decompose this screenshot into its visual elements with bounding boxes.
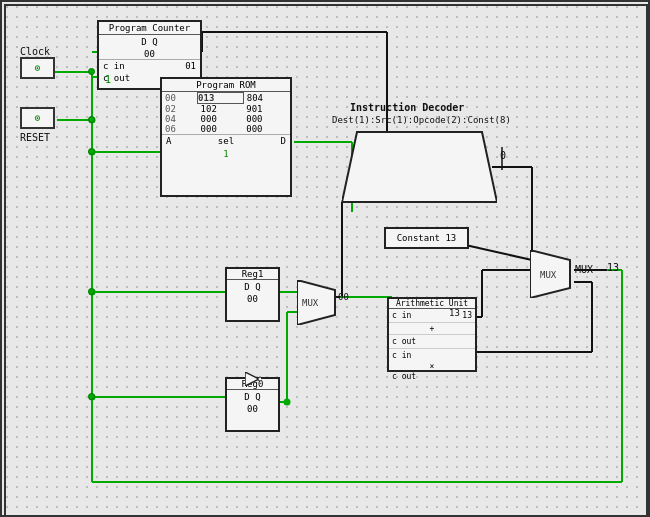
au-cout2: c out [392, 372, 416, 381]
pc-01-out: 01 [185, 61, 196, 71]
rom-row-0: 00 013 804 [162, 93, 290, 104]
rom-row-1: 02 102 901 [162, 104, 290, 115]
pc-val: 1 [105, 74, 111, 85]
reset-component: ⊙ [20, 107, 55, 129]
value-0: 0 [500, 150, 506, 161]
reset-label: RESET [20, 132, 50, 143]
svg-point-44 [284, 399, 291, 406]
rom-sel-label: sel [218, 136, 234, 146]
reg0-val: 00 [227, 404, 278, 414]
clock-component: ⊙ [20, 57, 55, 79]
rom-row-3: 06 000 000 [162, 124, 290, 134]
junction-reg0 [88, 393, 95, 400]
clock-symbol: ⊙ [35, 63, 40, 73]
pc-dq: D Q [141, 37, 157, 47]
svg-text:MUX: MUX [302, 298, 319, 308]
junction-clock [88, 68, 95, 75]
reset-symbol: ⊙ [35, 113, 40, 123]
decoder-shape [342, 127, 497, 207]
clock-label: Clock [20, 46, 50, 57]
rom-row-2: 04 000 000 [162, 114, 290, 124]
reg1-val: 00 [227, 294, 278, 304]
junction-rom [88, 148, 95, 155]
circuit-canvas: ⊙ Clock ⊙ RESET Program Counter D Q 00 c… [0, 0, 650, 517]
mux-main-label: MUX [575, 264, 593, 275]
instruction-decoder-title: Instruction Decoder [350, 102, 464, 113]
rom-a-label: A [166, 136, 171, 146]
au-13: 13 [462, 311, 472, 320]
au-title: Arithmetic Unit [389, 299, 475, 309]
rom-sel-val: 1 [223, 149, 228, 159]
constant-component: Constant 13 [384, 227, 469, 249]
au-cin2: c in [392, 351, 411, 360]
pc-title: Program Counter [99, 22, 200, 35]
pc-cin: c in [103, 61, 125, 71]
reg1-title: Reg1 [227, 269, 278, 280]
rom-title: Program ROM [162, 79, 290, 92]
reg1-dq: D Q [227, 280, 278, 294]
reg0-dq: D Q [227, 390, 278, 404]
au-cout: c out [392, 337, 416, 346]
au-plus: + [430, 324, 435, 333]
svg-text:MUX: MUX [540, 270, 557, 280]
au-x: × [430, 362, 435, 371]
program-rom: Program ROM 00 013 804 02 102 901 04 000… [160, 77, 292, 197]
instruction-decoder-subtitle: Dest(1):Src(1):Opcode(2):Const(8) [332, 115, 511, 125]
mux-reg: MUX [297, 280, 342, 325]
junction-reset [88, 116, 95, 123]
au-cin: c in [392, 311, 411, 320]
pc-00: 00 [144, 49, 155, 59]
au-13-val: 13 [449, 308, 460, 318]
mux-reg-output: 00 [338, 292, 349, 302]
mux-main: MUX [530, 250, 578, 298]
junction-reg1 [88, 288, 95, 295]
rom-d-label: D [281, 136, 286, 146]
inverter-reg0 [245, 372, 261, 386]
arithmetic-unit: Arithmetic Unit c in 13 + c out c in × c… [387, 297, 477, 372]
reg1-component: Reg1 D Q 00 [225, 267, 280, 322]
mux-output-val: 13 [607, 262, 619, 273]
constant-label: Constant 13 [397, 233, 457, 243]
svg-point-51 [258, 377, 261, 381]
svg-marker-50 [245, 372, 259, 386]
svg-marker-45 [342, 132, 497, 202]
